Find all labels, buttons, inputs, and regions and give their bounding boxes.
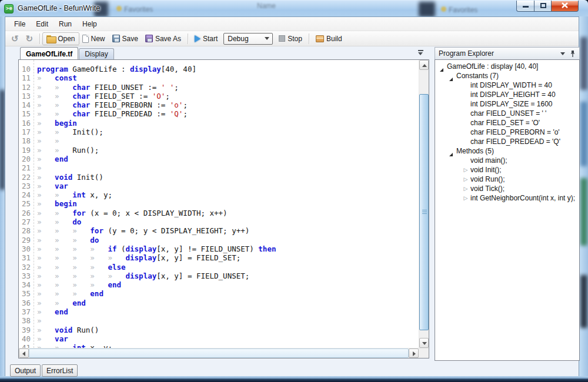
code-line[interactable]: » » do [37, 217, 419, 226]
stop-button[interactable]: Stop [275, 33, 306, 45]
line-number: 13 [19, 92, 31, 100]
open-button[interactable]: Open [43, 33, 78, 45]
redo-button[interactable] [22, 32, 37, 46]
tree-item[interactable]: Methods (5) [435, 146, 579, 156]
menu-item-help[interactable]: Help [77, 18, 102, 30]
new-file-icon [82, 35, 89, 43]
tree-item[interactable]: int GetNeighborCount(int x, int y); [435, 193, 579, 203]
vertical-scrollbar-thumb[interactable] [419, 94, 429, 330]
code-line[interactable]: » » » for (y = 0; y < DISPLAY_HEIGHT; y+… [37, 226, 419, 235]
code-line[interactable]: » » » » else [37, 263, 419, 272]
tree-item[interactable]: GameOfLife : display [40, 40] [435, 62, 579, 71]
menu-item-run[interactable]: Run [54, 18, 77, 30]
tree-expander-icon[interactable] [462, 176, 469, 183]
start-button[interactable]: Start [191, 33, 221, 45]
scroll-down-button[interactable] [419, 338, 429, 348]
code-line[interactable]: » » char FIELD_SET := 'O'; [37, 92, 419, 100]
line-number: 15 [19, 109, 31, 118]
code-line[interactable]: » » Init(); [37, 128, 419, 136]
code-line[interactable]: » var [37, 334, 419, 343]
tree-item[interactable]: void Init(); [435, 165, 579, 175]
tree-expander-icon[interactable] [462, 195, 469, 202]
minimize-button[interactable] [516, 1, 534, 12]
tree-expander-icon[interactable] [462, 185, 469, 192]
code-line[interactable]: » const [37, 73, 419, 82]
tab-marker: » [90, 272, 108, 280]
tab-marker: » [72, 280, 90, 289]
maximize-button[interactable] [534, 1, 552, 12]
code-line[interactable]: » [37, 163, 419, 172]
menu-item-file[interactable]: File [9, 18, 31, 30]
code-line[interactable]: » » » do [37, 236, 419, 244]
undo-button[interactable] [8, 32, 22, 46]
code-line[interactable]: » » char FIELD_PREBORN := 'o'; [37, 100, 419, 109]
code-line[interactable]: » » » end [37, 289, 419, 298]
tab-marker: » [37, 280, 55, 289]
horizontal-scrollbar[interactable] [19, 348, 429, 358]
tree-item[interactable]: char FIELD_PREDEAD = 'Q' [435, 137, 579, 146]
code-line[interactable]: » » Run(); [37, 146, 419, 155]
tab-marker: » [55, 253, 72, 262]
tree-item[interactable]: char FIELD_UNSET = ' ' [435, 109, 579, 118]
background-window-ghost-text: Favorites [449, 6, 477, 14]
scroll-up-button[interactable] [419, 60, 429, 70]
code-token: Init(); [72, 128, 103, 136]
close-button[interactable] [552, 1, 579, 12]
tab-marker: » [55, 263, 72, 272]
tab-marker: » [37, 263, 55, 272]
tab-gameoflife-tf[interactable]: GameOfLife.tf [20, 47, 78, 59]
tab-marker: » [55, 109, 72, 118]
vertical-scrollbar[interactable] [419, 60, 429, 348]
menu-item-edit[interactable]: Edit [31, 18, 54, 30]
tree-item[interactable]: int DISPLAY_HEIGHT = 40 [435, 90, 579, 99]
run-mode-dropdown[interactable]: Debug [223, 33, 273, 45]
save-as-button[interactable]: Save As [142, 33, 185, 45]
tree-item-label: void Init(); [470, 166, 502, 174]
code-lines[interactable]: program GameOfLife : display[40, 40]» co… [34, 60, 419, 348]
code-line[interactable]: » begin [37, 119, 419, 128]
code-line[interactable]: » » » » end [37, 280, 419, 289]
build-button[interactable]: Build [312, 33, 346, 45]
code-line[interactable]: » » char FIELD_PREDEAD := 'Q'; [37, 109, 419, 118]
code-line[interactable]: » [37, 316, 419, 325]
code-line[interactable]: » begin [37, 199, 419, 208]
code-line[interactable]: » void Run() [37, 326, 419, 334]
tree-item[interactable]: void main(); [435, 156, 579, 165]
code-line[interactable]: » end [37, 155, 419, 163]
window-titlebar[interactable]: Favorites Name Favorites GameOfLife - Be… [0, 0, 588, 16]
errorlist-tab[interactable]: ErrorList [42, 364, 78, 377]
output-tab[interactable]: Output [10, 364, 41, 377]
code-line[interactable]: » » » » » display[x, y] = FIELD_UNSET; [37, 272, 419, 280]
tree-item[interactable]: int DISPLAY_SIZE = 1600 [435, 99, 579, 109]
scroll-left-button[interactable] [19, 349, 29, 358]
code-line[interactable]: » » for (x = 0; x < DISPLAY_WIDTH; x++) [37, 209, 419, 217]
tree-item[interactable]: int DISPLAY_WIDTH = 40 [435, 81, 579, 90]
code-token: FIELD_UNSET := [90, 83, 161, 92]
code-line[interactable]: » » int x, y; [37, 343, 419, 348]
tree-item[interactable]: void Run(); [435, 175, 579, 184]
horizontal-scrollbar-thumb[interactable] [29, 349, 409, 358]
code-line[interactable]: » » end [37, 299, 419, 307]
code-line[interactable]: » » int x, y; [37, 190, 419, 199]
code-line[interactable]: » » [37, 136, 419, 145]
save-button[interactable]: Save [109, 33, 142, 45]
pin-icon[interactable] [570, 50, 576, 58]
code-line[interactable]: » end [37, 307, 419, 316]
tree-item[interactable]: char FIELD_SET = 'O' [435, 118, 579, 128]
new-button[interactable]: New [79, 33, 109, 45]
tree-item[interactable]: char FIELD_PREBORN = 'o' [435, 128, 579, 137]
code-line[interactable]: » » » » if (display[x, y] != FIELD_UNSET… [37, 244, 419, 253]
code-line[interactable]: » void Init() [37, 173, 419, 182]
panel-menu-icon[interactable] [560, 52, 565, 55]
tree-item[interactable]: Constants (7) [435, 71, 579, 81]
tree-expander-icon[interactable] [462, 166, 469, 173]
code-line[interactable]: » var [37, 182, 419, 190]
scroll-right-button[interactable] [409, 349, 419, 358]
code-line[interactable]: program GameOfLife : display[40, 40] [37, 65, 419, 73]
tree-item[interactable]: void Tick(); [435, 184, 579, 193]
code-line[interactable]: » » char FIELD_UNSET := ' '; [37, 83, 419, 92]
tab-display[interactable]: Display [79, 48, 113, 59]
code-line[interactable]: » » » » » display[x, y] = FIELD_SET; [37, 253, 419, 262]
tab-overflow-menu-icon[interactable] [417, 50, 425, 56]
line-number: 36 [19, 299, 31, 307]
